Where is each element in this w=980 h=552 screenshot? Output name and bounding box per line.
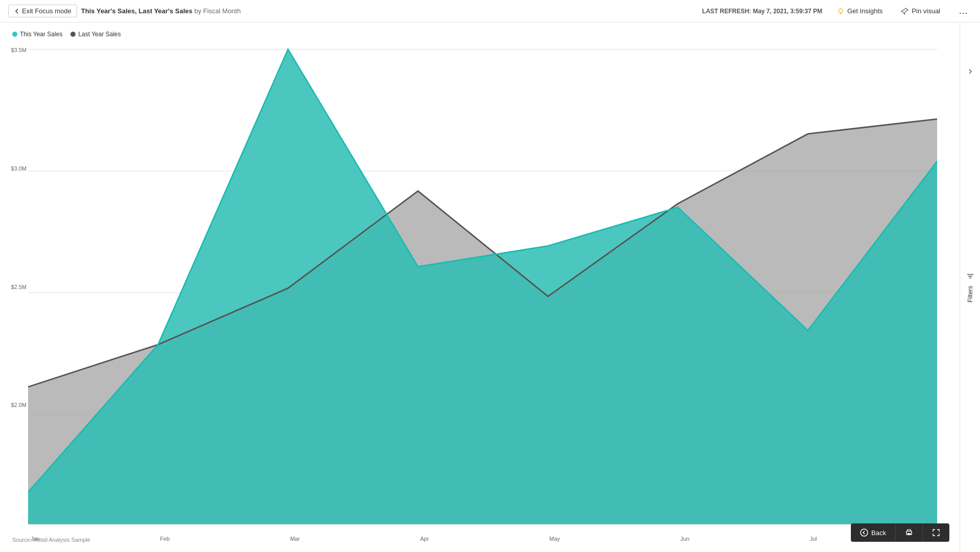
x-label-mar: Mar	[290, 536, 300, 542]
filters-toggle[interactable]: Filters	[960, 272, 980, 302]
x-axis-labels: Jan Feb Mar Apr May Jun Jul Aug	[31, 536, 947, 542]
x-label-jun: Jun	[680, 536, 690, 542]
main-content: This Year Sales Last Year Sales $3.5M $3…	[0, 22, 980, 552]
topbar-left: Exit Focus mode This Year's Sales, Last …	[8, 5, 702, 17]
expand-icon	[932, 529, 940, 537]
topbar: Exit Focus mode This Year's Sales, Last …	[0, 0, 980, 22]
back-button[interactable]: Back	[851, 523, 896, 542]
pin-icon	[901, 7, 909, 15]
y-label-2-5m: $2.5M	[11, 284, 27, 290]
y-label-3m: $3.0M	[11, 165, 27, 172]
last-year-label: Last Year Sales	[78, 31, 120, 38]
y-label-2m: $2.0M	[11, 402, 27, 408]
y-axis-labels: $3.5M $3.0M $2.5M $2.0M 0	[0, 42, 31, 526]
topbar-right: LAST REFRESH: May 7, 2021, 3:59:37 PM Ge…	[702, 5, 972, 17]
back-label: Back	[871, 529, 886, 537]
svg-rect-6	[967, 274, 973, 275]
svg-rect-7	[968, 276, 972, 277]
back-arrow-icon	[14, 8, 20, 14]
exit-focus-button[interactable]: Exit Focus mode	[8, 5, 77, 17]
legend-item-this-year: This Year Sales	[12, 31, 62, 38]
last-refresh-label: LAST REFRESH:	[702, 8, 751, 15]
last-year-dot	[70, 32, 76, 37]
svg-point-0	[839, 9, 843, 13]
chevron-right-icon	[967, 68, 973, 75]
last-refresh-value: May 7, 2021, 3:59:37 PM	[753, 8, 822, 15]
last-refresh: LAST REFRESH: May 7, 2021, 3:59:37 PM	[702, 8, 822, 15]
svg-rect-11	[908, 533, 911, 535]
legend-item-last-year: Last Year Sales	[70, 31, 120, 38]
more-options-button[interactable]: …	[954, 5, 972, 17]
bottom-bar: Back	[851, 523, 949, 542]
y-label-3-5m: $3.5M	[11, 47, 27, 53]
get-insights-label: Get Insights	[847, 7, 883, 15]
topbar-title-by: by Fiscal Month	[194, 7, 241, 15]
svg-point-9	[861, 529, 868, 536]
lightbulb-icon	[837, 7, 845, 15]
print-icon	[905, 529, 913, 537]
x-label-feb: Feb	[160, 536, 170, 542]
x-label-apr: Apr	[420, 536, 429, 542]
filter-icon	[967, 272, 974, 279]
source-label: Source: Retail Analysis Sample	[12, 537, 90, 543]
filters-label: Filters	[967, 285, 974, 302]
this-year-dot	[12, 32, 17, 37]
chart-svg-wrapper	[28, 42, 937, 532]
topbar-title-bold: This Year's Sales, Last Year's Sales	[81, 7, 192, 15]
print-button[interactable]	[896, 523, 923, 542]
source-text: Source: Retail Analysis Sample	[12, 537, 90, 547]
this-year-label: This Year Sales	[20, 31, 62, 38]
svg-rect-8	[969, 277, 971, 278]
sidebar-collapse-button[interactable]	[960, 68, 980, 75]
back-circle-icon	[860, 529, 868, 537]
fullscreen-button[interactable]	[923, 523, 949, 542]
x-label-may: May	[549, 536, 560, 542]
exit-focus-label: Exit Focus mode	[22, 7, 71, 15]
chart-legend: This Year Sales Last Year Sales	[0, 31, 960, 42]
topbar-title: This Year's Sales, Last Year's Sales by …	[81, 7, 241, 15]
get-insights-button[interactable]: Get Insights	[832, 5, 887, 17]
filters-sidebar: Filters	[960, 22, 980, 552]
pin-visual-label: Pin visual	[912, 7, 940, 15]
area-chart-svg	[28, 42, 937, 532]
x-label-jul: Jul	[810, 536, 817, 542]
chart-area: This Year Sales Last Year Sales $3.5M $3…	[0, 22, 960, 552]
pin-visual-button[interactable]: Pin visual	[897, 5, 944, 17]
